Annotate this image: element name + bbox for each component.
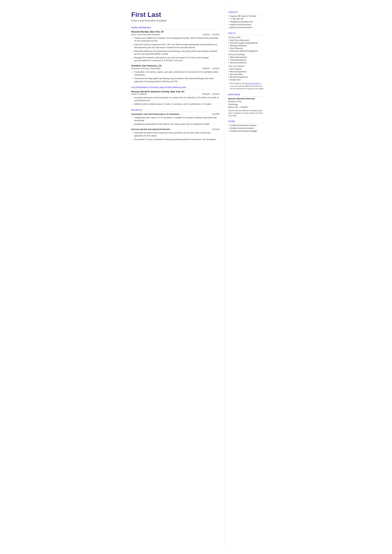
edu-field: Psychology bbox=[228, 103, 264, 106]
volunteering-section: VOLUNTEERING ACTIVITIES AND EXTRACURRICU… bbox=[131, 86, 220, 105]
tools-skill-label: Tools and Software: bbox=[228, 65, 264, 67]
skill-item: Executive Support (Experienced) bbox=[228, 42, 264, 44]
work-experience-section: WORK EXPERIENCE Resume Worded, New York,… bbox=[131, 27, 220, 83]
project-2-bullets: Debunked the belief of 400 researchers t… bbox=[134, 131, 220, 141]
list-item: Transcribed 1.2K memos, reports, and vid… bbox=[134, 70, 220, 76]
job-2-company: Growthsi, San Francisco, CA bbox=[131, 64, 220, 67]
job-1-bullets: Created and modified the company's time … bbox=[134, 37, 220, 62]
project-1-date: 05/2009 bbox=[212, 113, 220, 115]
list-item: Improved customer experience with 1.5K A… bbox=[134, 43, 220, 49]
contact-item-location: Augusta, ME (Open to Remote) bbox=[228, 15, 264, 17]
contact-item-phone: +1-234-456-789 bbox=[228, 18, 264, 20]
edu-location-date: Boston, MA — 05/2010 bbox=[228, 106, 264, 109]
skill-item: Executive Calendar Management bbox=[228, 50, 264, 52]
project-1: Automation and Job Performance of Assist… bbox=[131, 113, 220, 126]
list-item: Discovered 27 issues connected to using … bbox=[134, 138, 220, 141]
technical-skill-label: Technical Skill: bbox=[228, 36, 264, 39]
skills-heading: SKILLS bbox=[228, 32, 264, 35]
list-item: Managed the domestic, international, and… bbox=[134, 56, 220, 62]
projects-section: PROJECTS Automation and Job Performance … bbox=[131, 109, 220, 141]
job-2-bullets: Transcribed 1.2K memos, reports, and vid… bbox=[134, 70, 220, 83]
contact-item-email: email@resumeworded.com bbox=[228, 21, 264, 23]
project-1-bullets: Collaborated with a team of 2.7K assista… bbox=[134, 116, 220, 126]
projects-heading: PROJECTS bbox=[131, 109, 220, 112]
industry-skills-list: Office Administration Travel Management … bbox=[228, 56, 264, 64]
skill-item: Office Administration bbox=[228, 56, 264, 58]
list-item: Designed an automated tool that reduces … bbox=[134, 123, 220, 126]
list-item: Notified campus residents about 7 events… bbox=[134, 103, 220, 105]
project-2-name: Internet and the Secretarial Profession bbox=[131, 128, 170, 130]
list-item: Created and modified the company's time … bbox=[134, 37, 220, 42]
project-2-date: 04/2009 bbox=[212, 128, 220, 130]
job-2-dates: 06/2010 – 12/2014 bbox=[202, 67, 219, 70]
skill-item: Microsoft Dynamics bbox=[228, 70, 264, 73]
right-column: CONTACT Augusta, ME (Open to Remote) +1-… bbox=[224, 6, 267, 548]
list-item: Increased awareness of the association o… bbox=[134, 96, 220, 102]
project-2: Internet and the Secretarial Profession … bbox=[131, 128, 220, 141]
skill-item: Microsoft Office bbox=[228, 73, 264, 76]
job-1-title: Entry-Level Executive Assistant bbox=[131, 33, 160, 36]
job-2: Growthsi, San Francisco, CA Executive Se… bbox=[131, 64, 220, 83]
contact-item-github: github.com/resumeworded bbox=[228, 26, 264, 28]
job-2-header: Growthsi, San Francisco, CA bbox=[131, 64, 220, 67]
skill-item: Event Planning bbox=[228, 47, 264, 49]
edu-degree: Bachelor of Arts bbox=[228, 100, 264, 103]
industry-skill-label: Industry Knowledge: bbox=[228, 53, 264, 56]
job-2-title-line: Executive Secretary (Internship) 06/2010… bbox=[131, 67, 220, 70]
contact-item-linkedin: linkedin.com/in/username bbox=[228, 23, 264, 26]
volunteer-1-dates: 06/2009 – 04/2010 bbox=[202, 93, 219, 95]
contact-heading: CONTACT bbox=[228, 11, 264, 14]
tools-skills-list: SAP Products Microsoft Dynamics Microsof… bbox=[228, 68, 264, 81]
skill-item: Data Entry (Advanced) bbox=[228, 39, 264, 41]
volunteer-1-title-line: Head of Publicity 06/2009 – 04/2010 bbox=[131, 93, 220, 95]
education-heading: EDUCATION bbox=[228, 93, 264, 97]
other-item: Certified Professional Secretary. bbox=[228, 124, 264, 126]
scan-note-pre: Don't forget to use bbox=[230, 83, 245, 84]
work-experience-heading: WORK EXPERIENCE bbox=[131, 27, 220, 29]
skill-item: Meeting Scheduling bbox=[228, 44, 264, 47]
volunteer-1-org: Resume Worded's Business Society, New Yo… bbox=[131, 90, 220, 93]
other-section: OTHER Certified Professional Secretary. … bbox=[228, 120, 264, 132]
candidate-title: Entry-Level Executive Assistant bbox=[131, 19, 220, 22]
edu-awards: Awards: Resume Worded Teaching Fellow (o… bbox=[228, 109, 264, 117]
list-item: Debunked the belief of 400 researchers t… bbox=[134, 131, 220, 137]
volunteer-1-bullets: Increased awareness of the association o… bbox=[134, 96, 220, 105]
list-item: Overhauled the filing system by initiati… bbox=[134, 77, 220, 83]
scan-note: Don't forget to use Resume Worded to sca… bbox=[228, 82, 264, 90]
project-1-name: Automation and Job Performance of Assist… bbox=[131, 113, 180, 115]
resume-worded-link[interactable]: Resume Worded bbox=[245, 83, 259, 84]
skill-item: Travel Management bbox=[228, 59, 264, 61]
project-1-header: Automation and Job Performance of Assist… bbox=[131, 113, 220, 115]
skill-item: Personal Assistance bbox=[228, 62, 264, 64]
job-1: Resume Worded, New York, NY Entry-Level … bbox=[131, 30, 220, 62]
skill-item: Microsoft PowerPoint bbox=[228, 76, 264, 78]
edu-school: Resume Worded University bbox=[228, 98, 264, 100]
job-1-company: Resume Worded, New York, NY bbox=[131, 30, 220, 33]
left-column: First Last Entry-Level Executive Assista… bbox=[125, 6, 224, 548]
job-1-header: Resume Worded, New York, NY bbox=[131, 30, 220, 33]
skill-item: SAP Products bbox=[228, 68, 264, 70]
project-2-header: Internet and the Secretarial Profession … bbox=[131, 128, 220, 130]
contact-list: Augusta, ME (Open to Remote) +1-234-456-… bbox=[228, 15, 264, 28]
other-item: Certified Executive Assistant. bbox=[228, 127, 264, 129]
list-item: Collaborated with a team of 2.7K assista… bbox=[134, 116, 220, 122]
volunteering-heading: VOLUNTEERING ACTIVITIES AND EXTRACURRICU… bbox=[131, 86, 220, 89]
volunteer-1: Resume Worded's Business Society, New Yo… bbox=[131, 90, 220, 105]
education-section: EDUCATION Resume Worded University Bache… bbox=[228, 93, 264, 117]
skill-item: Google Docs bbox=[228, 79, 264, 81]
skills-section: SKILLS Technical Skill: Data Entry (Adva… bbox=[228, 32, 264, 90]
job-1-dates: 01/2015 – Present bbox=[203, 33, 219, 36]
technical-skills-list: Data Entry (Advanced) Executive Support … bbox=[228, 39, 264, 52]
contact-section: CONTACT Augusta, ME (Open to Remote) +1-… bbox=[228, 11, 264, 28]
list-item: Maximized efficiency and productivity by… bbox=[134, 50, 220, 56]
job-2-title: Executive Secretary (Internship) bbox=[131, 67, 161, 70]
job-1-title-line: Entry-Level Executive Assistant 01/2015 … bbox=[131, 33, 220, 36]
other-heading: OTHER bbox=[228, 120, 264, 123]
volunteer-1-title: Head of Publicity bbox=[131, 93, 147, 95]
other-item: Certified Administrative Manager. bbox=[228, 130, 264, 132]
candidate-name: First Last bbox=[131, 11, 220, 18]
other-list: Certified Professional Secretary. Certif… bbox=[228, 124, 264, 132]
